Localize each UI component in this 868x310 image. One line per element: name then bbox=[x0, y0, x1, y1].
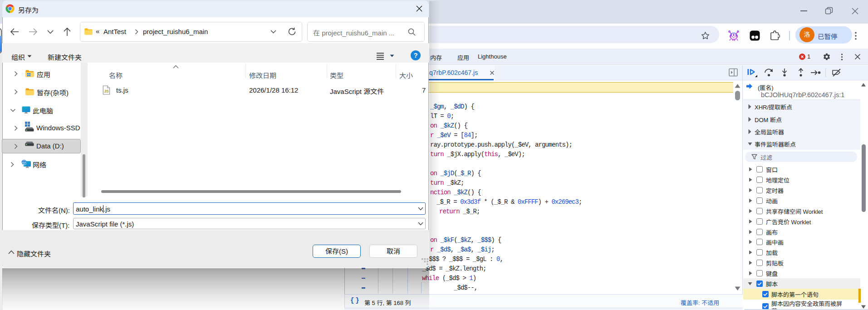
svg-text:JS: JS bbox=[104, 89, 109, 93]
